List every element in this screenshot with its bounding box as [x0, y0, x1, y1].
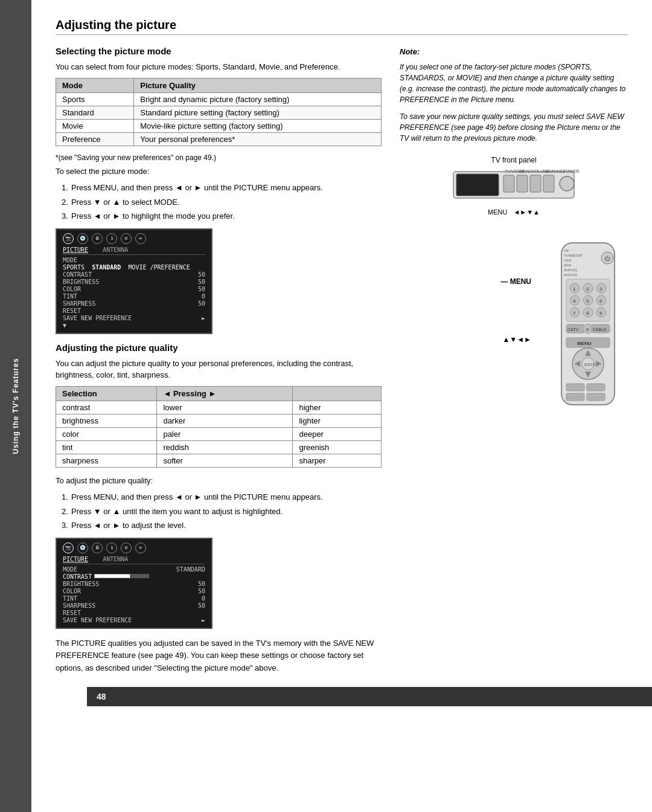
- left-cell: darker: [157, 414, 293, 427]
- screen2-tint: TINT0: [63, 595, 205, 602]
- icon2-disc2: 🖥: [92, 543, 103, 553]
- selection-cell: contrast: [56, 401, 157, 414]
- main-content: Adjusting the picture Selecting the pict…: [31, 0, 652, 812]
- svg-text:1: 1: [573, 286, 576, 292]
- svg-text:•TV: •TV: [564, 249, 569, 253]
- sidebar-label: Using the TV's Features: [11, 358, 20, 454]
- svg-text:5: 5: [586, 298, 589, 304]
- selection-cell: brightness: [56, 414, 157, 427]
- right-cell: deeper: [293, 427, 382, 440]
- tv-panel-section: TV front panel TV/VIDEO MENU VOLUME: [400, 156, 628, 216]
- screen2-menu-picture: PICTURE: [63, 556, 88, 562]
- quality-table-row: colorpalerdeeper: [56, 427, 382, 440]
- icon-info: ℹ: [106, 233, 117, 244]
- right-cell: sharper: [293, 454, 382, 467]
- screen-brightness: BRIGHTNESS50: [63, 279, 205, 285]
- selection-cell: sharpness: [56, 454, 157, 467]
- quality-table-row: sharpnesssoftersharper: [56, 454, 382, 467]
- right-cell: higher: [293, 401, 382, 414]
- svg-text:AUD/CD1: AUD/CD1: [564, 268, 577, 272]
- screen-menu-antenna: ANTENNA: [103, 246, 128, 253]
- select-intro: To select the picture mode:: [56, 166, 382, 178]
- selection-cell: tint: [56, 440, 157, 454]
- svg-text:AUD/CD2: AUD/CD2: [564, 273, 577, 277]
- svg-text:POWER: POWER: [563, 169, 579, 173]
- pressing-right-col-header: [293, 386, 382, 401]
- tv-panel-diagram: TV/VIDEO MENU VOLUME CHANNEL POWER: [447, 167, 580, 205]
- quality-steps-intro: To adjust the picture quality:: [56, 475, 382, 487]
- svg-text:⏻: ⏻: [604, 256, 610, 262]
- quality-steps: 1.Press MENU, and then press ◄ or ► unti…: [62, 491, 382, 532]
- quality-cell: Movie-like picture setting (factory sett…: [134, 119, 382, 132]
- remote-section: — MENU ▲▼◄► •TV: [400, 240, 628, 411]
- svg-text:TV/VIDEO/BT: TV/VIDEO/BT: [564, 254, 583, 257]
- icon2-bars: ≡: [135, 543, 146, 553]
- quality-intro: You can adjust the picture quality to yo…: [56, 358, 382, 381]
- screen-arrow: ▼: [63, 322, 205, 329]
- quality-step-item: 3.Press ◄ or ► to adjust the level.: [62, 520, 382, 532]
- panel-arrows: ◄►▼▲: [513, 208, 540, 216]
- screen-save-pref: SAVE NEW PREFERENCE►: [63, 315, 205, 321]
- svg-text:7: 7: [573, 311, 576, 316]
- note-box: Note: If you select one of the factory-s…: [400, 46, 628, 144]
- svg-text:3: 3: [599, 286, 602, 292]
- screen2-menu-antenna: ANTENNA: [103, 556, 128, 562]
- mode-table: Mode Picture Quality SportsBright and dy…: [56, 78, 382, 146]
- svg-text:8: 8: [586, 311, 589, 316]
- svg-text:MENU: MENU: [520, 169, 532, 173]
- page-number: 48: [97, 692, 106, 701]
- svg-text:CATV: CATV: [567, 327, 578, 332]
- mode-table-row: MovieMovie-like picture setting (factory…: [56, 119, 382, 132]
- page-container: Using the TV's Features Adjusting the pi…: [0, 0, 652, 812]
- icon-bars: ≡: [135, 233, 146, 244]
- screen-mockup-2: 📷 💿 🖥 ℹ ⊞ ≡ PICTURE ANTENNA MODESTANDARD: [56, 538, 213, 629]
- mode-table-row: PreferenceYour personal preferences*: [56, 132, 382, 146]
- content-columns: Selecting the picture mode You can selec…: [56, 46, 628, 675]
- screen2-brightness: BRIGHTNESS50: [63, 581, 205, 587]
- sidebar: Using the TV's Features: [0, 0, 31, 812]
- screen-menu-picture: PICTURE: [63, 246, 88, 253]
- remote-menu-label-text: — MENU: [500, 277, 531, 286]
- icon2-disc1: 💿: [77, 543, 88, 553]
- svg-point-11: [560, 176, 574, 191]
- screen-contrast: CONTRAST50: [63, 271, 205, 278]
- svg-rect-9: [530, 175, 541, 192]
- left-cell: lower: [157, 401, 293, 414]
- screen-icons-2: 📷 💿 🖥 ℹ ⊞ ≡: [63, 543, 205, 553]
- selecting-heading: Selecting the picture mode: [56, 46, 382, 56]
- icon-disc1: 💿: [77, 233, 88, 244]
- left-col: Selecting the picture mode You can selec…: [56, 46, 382, 675]
- note-para-2: To save your new picture quality setting…: [400, 111, 628, 144]
- mode-cell: Standard: [56, 106, 134, 119]
- svg-rect-55: [566, 384, 584, 391]
- icon-cam: 📷: [63, 233, 74, 244]
- remote-svg: •TV TV/VIDEO/BT •VCR •DVD AUD/CD1 AUD/CD…: [549, 240, 628, 409]
- screen-sharpness: SHARPNESS50: [63, 300, 205, 307]
- screen2-sharpness: SHARPNESS50: [63, 602, 205, 609]
- svg-text:0: 0: [586, 327, 589, 332]
- screen-menu-bar-2: PICTURE ANTENNA: [63, 556, 205, 564]
- mode-cell: Sports: [56, 92, 134, 106]
- quality-cell: Bright and dynamic picture (factory sett…: [134, 92, 382, 106]
- left-cell: softer: [157, 454, 293, 467]
- svg-text:•DVD: •DVD: [564, 263, 572, 267]
- svg-text:9: 9: [599, 311, 602, 316]
- select-step-item: 2.Press ▼ or ▲ to select MODE.: [62, 196, 382, 208]
- screen-menu-bar-1: PICTURE ANTENNA: [63, 246, 205, 255]
- mode-table-row: StandardStandard picture setting (factor…: [56, 106, 382, 119]
- footnote: *(see "Saving your new preferences" on p…: [56, 153, 382, 162]
- bottom-text: The PICTURE qualities you adjusted can b…: [56, 637, 382, 675]
- selection-col-header: Selection: [56, 386, 157, 401]
- screen2-reset: RESET: [63, 610, 205, 616]
- quality-step-item: 2.Press ▼ or ▲ until the item you want t…: [62, 506, 382, 518]
- svg-rect-8: [517, 175, 528, 192]
- mode-col-header: Mode: [56, 78, 134, 92]
- svg-rect-1: [456, 174, 499, 196]
- quality-table-row: contrastlowerhigher: [56, 401, 382, 414]
- icon2-grid: ⊞: [121, 543, 132, 553]
- right-cell: greenish: [293, 440, 382, 454]
- right-col: Note: If you select one of the factory-s…: [400, 46, 628, 675]
- screen-reset: RESET: [63, 308, 205, 314]
- quality-heading: Adjusting the picture quality: [56, 343, 382, 353]
- quality-cell: Standard picture setting (factory settin…: [134, 106, 382, 119]
